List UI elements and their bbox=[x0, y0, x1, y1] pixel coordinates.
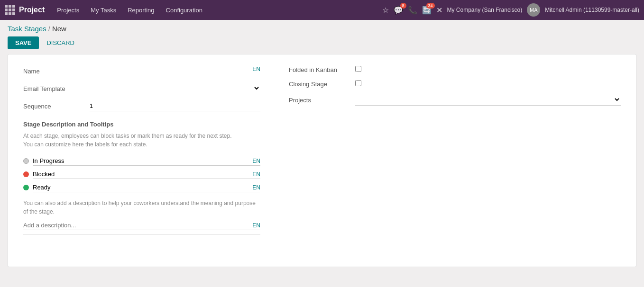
breadcrumb-current: New bbox=[52, 25, 66, 33]
breadcrumb: Task Stages / New bbox=[0, 20, 644, 35]
close-icon[interactable]: ✕ bbox=[436, 6, 442, 15]
user-name: Mitchell Admin (11130599-master-all) bbox=[545, 7, 639, 13]
ready-input[interactable] bbox=[33, 183, 260, 192]
desc-note: You can also add a description to help y… bbox=[23, 199, 260, 216]
grid-icon bbox=[5, 5, 15, 15]
chat-icon[interactable]: 💬 8 bbox=[394, 6, 403, 15]
sequence-label: Sequence bbox=[23, 103, 90, 110]
projects-field bbox=[355, 94, 621, 106]
closing-stage-label: Closing Stage bbox=[289, 81, 355, 88]
stage-description-section: Stage Description and Tooltips At each s… bbox=[23, 121, 260, 234]
app-logo[interactable]: Project bbox=[5, 5, 45, 15]
nav-reporting[interactable]: Reporting bbox=[123, 5, 159, 16]
refresh-icon[interactable]: 🔄 34 bbox=[422, 6, 432, 15]
phone-icon[interactable]: 📞 bbox=[408, 6, 417, 15]
name-field: EN bbox=[90, 66, 260, 76]
nav-projects[interactable]: Projects bbox=[52, 5, 84, 16]
add-description-lang[interactable]: EN bbox=[252, 222, 260, 229]
in-progress-lang[interactable]: EN bbox=[252, 158, 260, 164]
stage-section-title: Stage Description and Tooltips bbox=[23, 121, 260, 128]
breadcrumb-separator: / bbox=[48, 25, 50, 33]
projects-select[interactable] bbox=[355, 94, 621, 105]
state-in-progress-row: EN bbox=[23, 156, 260, 166]
name-input[interactable] bbox=[90, 66, 260, 76]
folded-kanban-row: Folded in Kanban bbox=[289, 66, 621, 73]
email-template-dropdown[interactable] bbox=[90, 83, 260, 94]
company-name: My Company (San Francisco) bbox=[447, 7, 523, 13]
ready-lang[interactable]: EN bbox=[252, 184, 260, 191]
add-description-input[interactable] bbox=[23, 221, 260, 230]
desc-note-line1: You can also add a description to help y… bbox=[23, 200, 233, 206]
folded-kanban-field bbox=[355, 66, 621, 73]
main-card: Name EN Email Template bbox=[8, 54, 636, 267]
avatar[interactable]: MA bbox=[527, 3, 540, 17]
add-description-row: EN bbox=[23, 221, 260, 230]
sequence-input[interactable] bbox=[90, 101, 260, 111]
name-row: Name EN bbox=[23, 66, 260, 76]
nav-my-tasks[interactable]: My Tasks bbox=[86, 5, 121, 16]
state-ready-row: EN bbox=[23, 183, 260, 192]
nav-configuration[interactable]: Configuration bbox=[161, 5, 207, 16]
folded-kanban-checkbox[interactable] bbox=[355, 66, 361, 72]
email-template-select[interactable] bbox=[90, 83, 260, 94]
projects-dropdown bbox=[355, 94, 621, 106]
in-progress-input[interactable] bbox=[33, 156, 260, 166]
form-right: Folded in Kanban Closing Stage Projects bbox=[289, 66, 621, 234]
blocked-dot bbox=[23, 171, 29, 177]
name-label: Name bbox=[23, 68, 90, 75]
closing-stage-field bbox=[355, 80, 621, 88]
closing-stage-row: Closing Stage bbox=[289, 80, 621, 88]
chat-badge: 8 bbox=[400, 3, 406, 9]
state-blocked-row: EN bbox=[23, 170, 260, 179]
action-bar: SAVE DISCARD bbox=[0, 35, 644, 54]
app-name: Project bbox=[19, 6, 45, 14]
form-layout: Name EN Email Template bbox=[23, 66, 621, 234]
nav-links: Projects My Tasks Reporting Configuratio… bbox=[52, 5, 382, 16]
email-template-field bbox=[90, 83, 260, 94]
stage-desc-line2: You can customize here the labels for ea… bbox=[23, 141, 147, 148]
ready-dot bbox=[23, 185, 29, 190]
top-navigation: Project Projects My Tasks Reporting Conf… bbox=[0, 0, 644, 20]
topnav-right: ☆ 💬 8 📞 🔄 34 ✕ My Company (San Francisco… bbox=[382, 3, 639, 17]
blocked-input[interactable] bbox=[33, 170, 260, 179]
breadcrumb-parent[interactable]: Task Stages bbox=[8, 25, 46, 33]
avatar-initials: MA bbox=[530, 7, 538, 13]
stage-desc-line1: At each stage, employees can block tasks… bbox=[23, 133, 232, 139]
form-left: Name EN Email Template bbox=[23, 66, 260, 234]
projects-row: Projects bbox=[289, 94, 621, 106]
sequence-field bbox=[90, 101, 260, 111]
projects-label: Projects bbox=[289, 97, 355, 104]
in-progress-dot bbox=[23, 158, 29, 164]
stage-section-desc: At each stage, employees can block tasks… bbox=[23, 132, 260, 149]
blocked-lang[interactable]: EN bbox=[252, 171, 260, 178]
refresh-badge: 34 bbox=[426, 3, 435, 9]
name-lang-tag[interactable]: EN bbox=[252, 66, 260, 72]
discard-button[interactable]: DISCARD bbox=[43, 36, 78, 49]
star-icon[interactable]: ☆ bbox=[382, 6, 389, 15]
sequence-row: Sequence bbox=[23, 101, 260, 111]
closing-stage-checkbox[interactable] bbox=[355, 80, 361, 86]
save-button[interactable]: SAVE bbox=[8, 36, 39, 49]
email-template-label: Email Template bbox=[23, 85, 90, 92]
folded-kanban-label: Folded in Kanban bbox=[289, 66, 355, 73]
email-template-row: Email Template bbox=[23, 83, 260, 94]
